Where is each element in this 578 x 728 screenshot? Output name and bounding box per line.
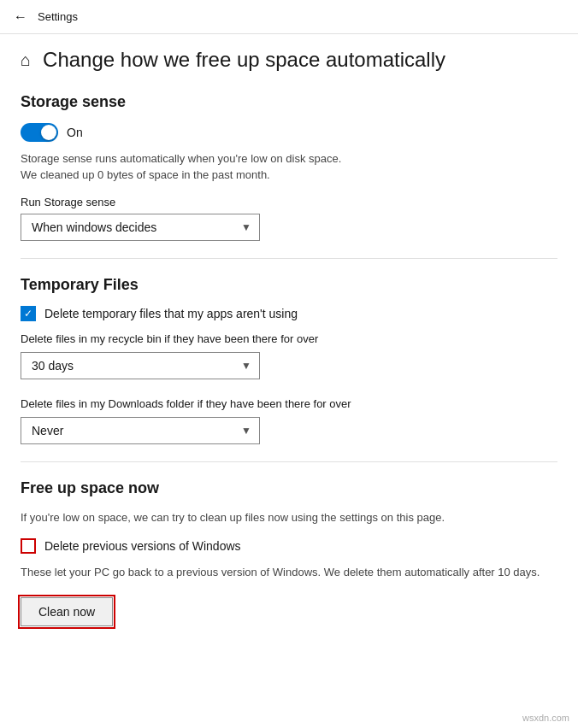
downloads-dropdown[interactable]: 1 day 14 days 30 days 60 days Never — [21, 417, 260, 444]
storage-sense-desc: Storage sense runs automatically when yo… — [21, 150, 557, 184]
clean-now-button[interactable]: Clean now — [21, 597, 113, 626]
checkmark-icon: ✓ — [24, 308, 32, 320]
downloads-dropdown-wrapper: 1 day 14 days 30 days 60 days Never ▼ — [21, 417, 260, 444]
storage-sense-title: Storage sense — [21, 93, 557, 111]
title-bar: ← Settings — [0, 0, 578, 34]
home-icon[interactable]: ⌂ — [21, 50, 31, 70]
downloads-label: Delete files in my Downloads folder if t… — [21, 396, 557, 412]
run-storage-sense-label: Run Storage sense — [21, 196, 557, 208]
recycle-bin-dropdown[interactable]: 1 day 14 days 30 days 60 days Never — [21, 352, 260, 379]
title-bar-text: Settings — [38, 10, 78, 23]
run-storage-sense-dropdown[interactable]: Every day Every week Every month When wi… — [21, 214, 260, 241]
divider-2 — [21, 461, 557, 462]
watermark: wsxdn.com — [522, 713, 569, 723]
temp-files-checkbox-row: ✓ Delete temporary files that my apps ar… — [21, 306, 557, 321]
recycle-bin-dropdown-wrapper: 1 day 14 days 30 days 60 days Never ▼ — [21, 352, 260, 379]
divider-1 — [21, 258, 557, 259]
prev-windows-checkbox[interactable] — [21, 538, 36, 554]
prev-windows-desc: These let your PC go back to a previous … — [21, 564, 557, 581]
temp-files-checkbox[interactable]: ✓ — [21, 306, 36, 321]
storage-sense-toggle[interactable] — [21, 123, 58, 142]
temporary-files-title: Temporary Files — [21, 276, 557, 294]
free-up-space-section: Free up space now If you're low on space… — [21, 479, 557, 626]
temp-files-label: Delete temporary files that my apps aren… — [44, 307, 298, 320]
free-up-space-title: Free up space now — [21, 479, 557, 497]
recycle-bin-label: Delete files in my recycle bin if they h… — [21, 332, 557, 347]
back-button[interactable]: ← — [14, 9, 27, 25]
prev-windows-label: Delete previous versions of Windows — [44, 539, 241, 553]
temporary-files-section: Temporary Files ✓ Delete temporary files… — [21, 276, 557, 444]
run-storage-sense-dropdown-wrapper: Every day Every week Every month When wi… — [21, 214, 260, 241]
toggle-thumb — [41, 125, 56, 140]
storage-sense-section: Storage sense On Storage sense runs auto… — [21, 93, 557, 241]
free-space-desc: If you're low on space, we can try to cl… — [21, 509, 557, 526]
toggle-label: On — [67, 126, 83, 139]
toggle-row: On — [21, 123, 557, 142]
page-title: Change how we free up space automaticall… — [43, 48, 445, 73]
page-header: ⌂ Change how we free up space automatica… — [21, 48, 557, 73]
prev-windows-checkbox-row: Delete previous versions of Windows — [21, 538, 557, 554]
page-content: ⌂ Change how we free up space automatica… — [0, 34, 578, 647]
